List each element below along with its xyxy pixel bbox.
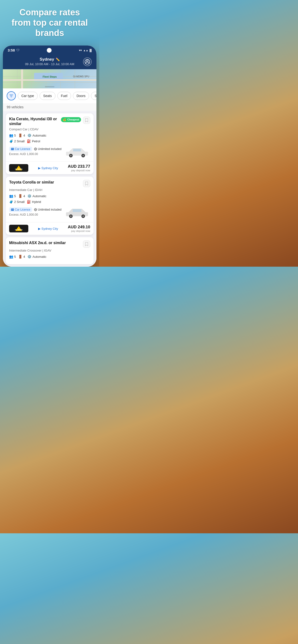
phone-mockup: 3:58 🛡 ▾▾ ▲▲ ▓ Sydney ✏️ 09 Jul, 10:00 A…: [3, 46, 96, 267]
transmission-spec-1: ⚙️ Automatic: [27, 134, 46, 137]
unlimited-label-1: Unlimited included: [38, 147, 61, 151]
car-image-1: [64, 145, 90, 159]
bookmark-icon-3: [85, 242, 88, 246]
doors-spec-3: 🚪 4: [18, 255, 25, 258]
cheapest-badge: 💰 Cheapest: [61, 117, 81, 122]
map-label-right: GI-MDMS SPU: [73, 75, 89, 78]
filter-seats[interactable]: Seats: [40, 92, 55, 100]
vehicles-count: 99 vehicles: [3, 103, 96, 111]
profile-button[interactable]: [83, 58, 92, 66]
hero-title: Compare rates from top car rental brands: [0, 7, 99, 38]
unlimited-tag-2: Unlimited included: [34, 207, 61, 212]
location-label-2: Sydney City: [42, 227, 58, 230]
card-footer-2: no birds ▶ Sydney City AUD 249.10 pay de…: [6, 222, 94, 235]
filter-supplier[interactable]: Supplier: [91, 92, 96, 100]
seats-value-1: 5: [14, 134, 16, 137]
map-label: Fleet Steps: [43, 75, 57, 78]
car-card-2: Toyota Corolla or similar Intermediate C…: [6, 176, 94, 235]
filter-doors[interactable]: Doors: [73, 92, 89, 100]
doors-spec-1: 🚪 4: [18, 134, 25, 137]
cheapest-label: Cheapest: [67, 118, 79, 121]
licence-icon-2: [11, 208, 14, 211]
car-category-3: Intermediate Crossover | IGAV: [9, 249, 90, 252]
filter-icon: [9, 94, 14, 98]
wifi-icon: ▾▾: [79, 49, 82, 52]
transmission-value-3: Automatic: [32, 255, 46, 258]
seats-icon-3: 👥: [9, 255, 13, 258]
car-category-2: Intermediate Car | IDAH: [9, 188, 90, 192]
seats-value-3: 5: [14, 255, 16, 258]
car-category-1: Compact Car | CDAV: [9, 128, 90, 131]
battery-icon: ▓: [89, 49, 92, 52]
doors-value-2: 4: [23, 194, 25, 198]
filter-fuel[interactable]: Fuel: [57, 92, 71, 100]
transmission-icon-2: ⚙️: [27, 194, 32, 198]
supplier-location-2: ▶ Sydney City: [38, 227, 58, 230]
unlimited-icon-2: [34, 208, 37, 211]
fuel-icon: ⛽: [27, 139, 31, 143]
excess-2: Excess: AUD 1,000.00: [9, 213, 61, 216]
fuel-spec-2: ⛽ Hybrid: [27, 200, 41, 204]
car-name-2: Toyota Corolla or similar: [9, 180, 81, 185]
supplier-logo-1: no birds: [9, 164, 28, 172]
luggage-value-1: 2 Small: [14, 140, 25, 143]
licence-label-2: Car Licence: [15, 208, 30, 211]
doors-value-1: 4: [23, 134, 25, 137]
edit-location-icon[interactable]: ✏️: [56, 58, 60, 61]
fuel-icon-2: ⛽: [27, 200, 31, 204]
location-arrow-icon: ▶: [38, 166, 41, 170]
svg-point-30: [13, 209, 14, 210]
doors-value-3: 4: [23, 255, 25, 258]
licence-tag-1: Car Licence: [9, 146, 32, 152]
price-note-1: pay deposit now: [68, 169, 90, 172]
price-block-1: AUD 233.77 pay deposit now: [68, 164, 90, 172]
bookmark-button-1[interactable]: [83, 117, 90, 124]
unlimited-icon: [34, 148, 37, 150]
transmission-value-1: Automatic: [32, 134, 46, 137]
svg-point-24: [70, 155, 72, 156]
transmission-value-2: Automatic: [32, 194, 46, 198]
map-svg: [3, 69, 96, 88]
car-image-2: [64, 206, 90, 220]
bookmark-icon: [85, 118, 88, 122]
car-card-1: Kia Cerato, Hyundai I30 or similar 💰 Che…: [6, 113, 94, 174]
transmission-spec-2: ⚙️ Automatic: [27, 194, 46, 198]
doors-icon: 🚪: [18, 134, 22, 137]
shield-icon: 🛡: [16, 48, 20, 52]
car-name-1: Kia Cerato, Hyundai I30 or similar: [9, 117, 59, 127]
cheapest-icon: 💰: [63, 118, 66, 121]
svg-point-18: [13, 148, 14, 149]
bookmark-icon-2: [85, 182, 88, 186]
location-label-1: Sydney City: [42, 166, 58, 170]
seats-value-2: 5: [14, 194, 16, 198]
filter-settings-button[interactable]: [7, 91, 16, 100]
camera-notch: [47, 48, 52, 53]
car-svg-1: [64, 145, 90, 158]
luggage-icon-2: 🧳: [9, 200, 13, 204]
status-bar: 3:58 🛡 ▾▾ ▲▲ ▓: [3, 46, 96, 54]
luggage-spec-2: 🧳 2 Small: [9, 200, 25, 204]
supplier-location-1: ▶ Sydney City: [38, 166, 58, 170]
fuel-value-2: Hybrid: [32, 200, 41, 204]
car-name-3: Mitsubishi ASX 2w.d. or similar: [9, 240, 81, 246]
seats-icon: 👥: [9, 134, 13, 137]
status-time: 3:58: [8, 48, 15, 52]
seats-spec-3: 👥 5: [9, 255, 16, 258]
licence-tag-2: Car Licence: [9, 207, 32, 212]
seats-icon-2: 👥: [9, 194, 13, 198]
profile-icon: [85, 59, 90, 64]
map-preview: Fleet Steps GI-MDMS SPU: [3, 69, 96, 88]
unlimited-tag-1: Unlimited included: [34, 146, 61, 152]
supplier-logo-2: no birds: [9, 225, 28, 232]
location-arrow-icon-2: ▶: [38, 227, 41, 230]
bookmark-button-2[interactable]: [83, 180, 90, 187]
car-card-3: Mitsubishi ASX 2w.d. or similar Intermed…: [6, 237, 94, 264]
luggage-spec-1: 🧳 2 Small: [9, 139, 25, 143]
price-amount-1: AUD 233.77: [68, 164, 90, 169]
bookmark-button-3[interactable]: [83, 240, 90, 248]
seats-spec-1: 👥 5: [9, 134, 16, 137]
svg-point-26: [82, 155, 84, 156]
transmission-spec-3: ⚙️ Automatic: [27, 255, 46, 258]
price-block-2: AUD 249.10 pay deposit now: [68, 225, 90, 232]
filter-car-type[interactable]: Car type: [18, 92, 38, 100]
